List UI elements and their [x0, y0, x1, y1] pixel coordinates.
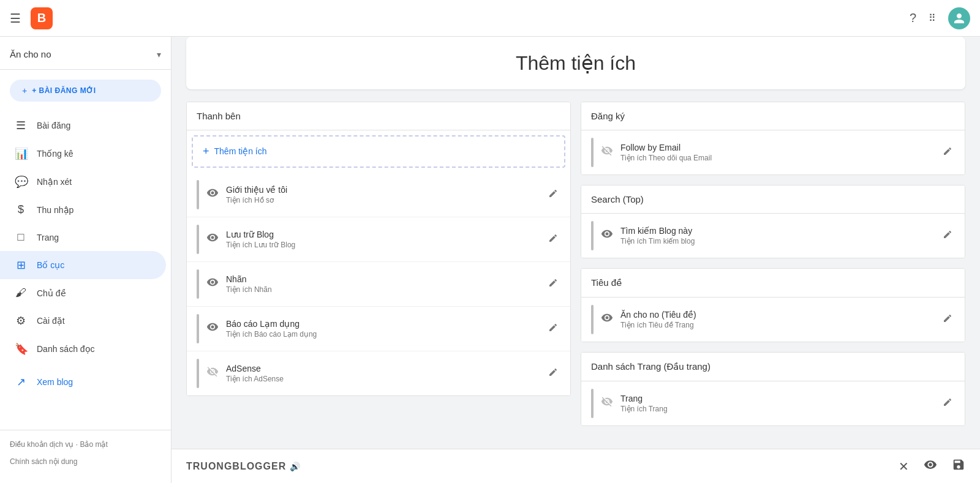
- sidebar: Ăn cho no ▾ + + BÀI ĐĂNG MỚI ☰Bài đăng📊T…: [0, 37, 172, 483]
- sidebar-item-thu-nhap[interactable]: $Thu nhập: [0, 196, 166, 223]
- new-post-label: + BÀI ĐĂNG MỚI: [32, 86, 96, 95]
- visibility-toggle-nhan[interactable]: [206, 276, 219, 291]
- widget-info-an-cho-no-tieu-de: Ăn cho no (Tiêu đề)Tiện ích Tiêu đề Tran…: [620, 310, 940, 329]
- blog-selector[interactable]: Ăn cho no ▾: [0, 44, 171, 70]
- drag-handle-trang-widget[interactable]: [591, 389, 594, 418]
- drag-handle-tim-kiem[interactable]: [591, 221, 594, 250]
- section-danh-sach-trang: Danh sách Trang (Đầu trang)TrangTiện ích…: [581, 352, 965, 426]
- section-header-dang-ky: Đăng ký: [581, 102, 965, 130]
- sidebar-label-cai-dat: Cài đặt: [37, 316, 65, 326]
- preview-button[interactable]: [924, 458, 937, 474]
- widget-edit-tim-kiem[interactable]: [940, 227, 955, 244]
- terms-link[interactable]: Điều khoản dịch vụ: [10, 440, 74, 449]
- drag-handle-follow-email[interactable]: [591, 138, 594, 167]
- widget-item-trang-widget: TrangTiện ích Trang: [581, 381, 965, 425]
- widget-type-trang-widget: Tiện ích Trang: [620, 405, 940, 413]
- sidebar-item-bo-cuc[interactable]: ⊞Bố cục: [0, 251, 166, 279]
- blogger-logo[interactable]: B: [31, 7, 53, 29]
- sidebar-item-trang[interactable]: □Trang: [0, 223, 166, 251]
- new-post-plus-icon: +: [22, 86, 27, 95]
- visibility-toggle-tim-kiem[interactable]: [601, 228, 613, 243]
- widget-info-gioi-thieu: Giới thiệu về tôiTiện ích Hồ sơ: [226, 185, 546, 204]
- widget-edit-follow-email[interactable]: [940, 144, 955, 161]
- sidebar-item-thong-ke[interactable]: 📊Thống kê: [0, 140, 166, 168]
- visibility-toggle-trang-widget[interactable]: [601, 395, 613, 411]
- apps-icon[interactable]: ⠿: [929, 12, 936, 24]
- topbar-right: ? ⠿: [910, 7, 970, 29]
- widget-edit-nhan[interactable]: [546, 275, 560, 293]
- thu-nhap-icon: $: [15, 203, 27, 216]
- widget-name-luu-tru: Lưu trữ Blog: [226, 230, 546, 239]
- widget-info-tim-kiem: Tìm kiếm Blog nàyTiện ích Tìm kiếm blog: [620, 226, 940, 245]
- drag-handle-gioi-thieu[interactable]: [197, 180, 199, 209]
- widget-type-bao-cao: Tiện ích Báo cáo Lạm dụng: [226, 330, 546, 339]
- sidebar-footer: Điều khoản dịch vụ · Bảo mật Chính sách …: [0, 430, 171, 476]
- main-content: Thêm, xóa, chỉnh sửa các tiện ích trên b…: [172, 0, 980, 483]
- widget-item-luu-tru: Lưu trữ BlogTiện ích Lưu trữ Blog: [187, 217, 570, 262]
- sidebar-item-xem-blog[interactable]: ↗ Xem blog: [0, 368, 166, 396]
- close-button[interactable]: ✕: [899, 459, 909, 474]
- visibility-toggle-an-cho-no-tieu-de[interactable]: [601, 312, 613, 327]
- widget-type-follow-email: Tiện ích Theo dõi qua Email: [620, 154, 940, 162]
- bottom-bar-logo: TRUONGBLOGGER 🔊: [186, 461, 301, 472]
- hamburger-icon[interactable]: ☰: [10, 11, 21, 26]
- help-icon[interactable]: ?: [910, 11, 916, 25]
- view-blog-label: Xem blog: [37, 377, 73, 387]
- widget-edit-luu-tru[interactable]: [546, 231, 560, 248]
- left-widgets: Giới thiệu về tôiTiện ích Hồ sơLưu trữ B…: [187, 173, 570, 395]
- widget-type-nhan: Tiện ích Nhãn: [226, 285, 546, 294]
- danh-sach-doc-icon: 🔖: [15, 342, 27, 356]
- sidebar-item-danh-sach-doc[interactable]: 🔖Danh sách đọc: [0, 335, 166, 363]
- widget-item-tim-kiem: Tìm kiếm Blog nàyTiện ích Tìm kiếm blog: [581, 214, 965, 258]
- page-title: Thêm tiện ích: [186, 37, 965, 89]
- widget-item-adsense: AdSenseTiện ích AdSense: [187, 351, 570, 395]
- right-column: Đăng kýFollow by EmailTiện ích Theo dõi …: [581, 102, 965, 436]
- new-post-button[interactable]: + + BÀI ĐĂNG MỚI: [10, 80, 161, 102]
- drag-handle-an-cho-no-tieu-de[interactable]: [591, 305, 594, 334]
- drag-handle-luu-tru[interactable]: [197, 225, 199, 254]
- drag-handle-bao-cao[interactable]: [197, 314, 199, 343]
- sidebar-item-bai-dang[interactable]: ☰Bài đăng: [0, 111, 166, 140]
- add-widget-button[interactable]: + Thêm tiện ích: [192, 135, 565, 168]
- drag-handle-nhan[interactable]: [197, 269, 199, 299]
- sidebar-item-nhan-xet[interactable]: 💬Nhận xét: [0, 168, 166, 196]
- avatar[interactable]: [948, 7, 970, 29]
- privacy-link[interactable]: Bảo mật: [80, 440, 107, 449]
- sidebar-label-nhan-xet: Nhận xét: [37, 177, 72, 187]
- visibility-toggle-adsense[interactable]: [206, 365, 219, 381]
- sidebar-label-danh-sach-doc: Danh sách đọc: [37, 344, 95, 354]
- sidebar-item-chu-de[interactable]: 🖌Chủ đề: [0, 279, 166, 307]
- visibility-toggle-gioi-thieu[interactable]: [206, 187, 219, 202]
- widget-info-trang-widget: TrangTiện ích Trang: [620, 394, 940, 413]
- widget-item-follow-email: Follow by EmailTiện ích Theo dõi qua Ema…: [581, 130, 965, 174]
- save-button[interactable]: [952, 458, 965, 474]
- widget-name-nhan: Nhãn: [226, 274, 546, 284]
- trang-icon: □: [15, 231, 27, 244]
- drag-handle-adsense[interactable]: [197, 359, 199, 388]
- widget-edit-an-cho-no-tieu-de[interactable]: [940, 311, 955, 328]
- visibility-toggle-follow-email[interactable]: [601, 144, 613, 160]
- visibility-toggle-bao-cao[interactable]: [206, 321, 219, 336]
- nav-items: ☰Bài đăng📊Thống kê💬Nhận xét$Thu nhập□Tra…: [0, 111, 171, 363]
- widget-edit-adsense[interactable]: [546, 365, 560, 382]
- widget-edit-trang-widget[interactable]: [940, 395, 955, 412]
- sidebar-label-chu-de: Chủ đề: [37, 288, 66, 298]
- topbar: ☰ B ? ⠿: [0, 0, 980, 37]
- widget-edit-gioi-thieu[interactable]: [546, 186, 560, 203]
- content-policy-link[interactable]: Chính sách nội dung: [10, 457, 77, 466]
- sidebar-item-cai-dat[interactable]: ⚙Cài đặt: [0, 307, 166, 335]
- widget-item-bao-cao: Báo cáo Lạm dụngTiện ích Báo cáo Lạm dụn…: [187, 307, 570, 351]
- dropdown-arrow-icon[interactable]: ▾: [157, 50, 161, 59]
- add-widget-label: Thêm tiện ích: [214, 146, 267, 156]
- widget-info-luu-tru: Lưu trữ BlogTiện ích Lưu trữ Blog: [226, 230, 546, 249]
- add-plus-icon: +: [203, 145, 209, 158]
- visibility-toggle-luu-tru[interactable]: [206, 231, 219, 247]
- widget-edit-bao-cao[interactable]: [546, 320, 560, 337]
- section-search-top: Search (Top)Tìm kiếm Blog nàyTiện ích Tì…: [581, 185, 965, 258]
- widget-name-an-cho-no-tieu-de: Ăn cho no (Tiêu đề): [620, 310, 940, 320]
- sidebar-section: Thanh bên + Thêm tiện ích Giới thiệu về …: [186, 102, 571, 396]
- widget-type-gioi-thieu: Tiện ích Hồ sơ: [226, 196, 546, 204]
- widget-type-tim-kiem: Tiện ích Tìm kiếm blog: [620, 237, 940, 245]
- section-dang-ky: Đăng kýFollow by EmailTiện ích Theo dõi …: [581, 102, 965, 175]
- widget-type-adsense: Tiện ích AdSense: [226, 375, 546, 383]
